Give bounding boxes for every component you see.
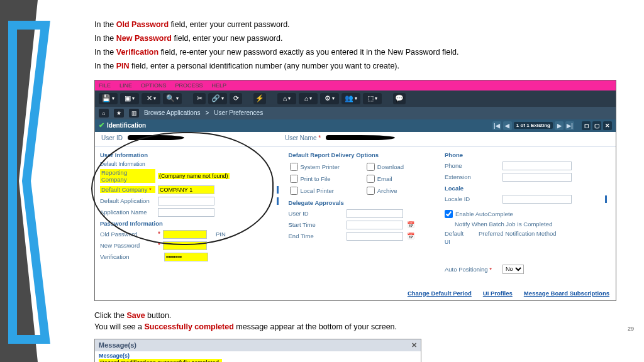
instruction-2: In the New Password field, enter your ne…	[94, 33, 623, 44]
menu-line[interactable]: LINE	[119, 82, 132, 89]
userid-label: User ID	[101, 134, 123, 141]
pin-label: PIN	[216, 231, 231, 238]
local-printer-label: Local Printer	[301, 187, 334, 194]
breadcrumb-b[interactable]: User Preferences	[214, 109, 263, 116]
email-cb[interactable]	[367, 175, 375, 183]
toolbar-btn[interactable]: ✕	[142, 93, 160, 104]
verification-label: Verification	[100, 253, 155, 260]
record-counter: 1 of 1 Existing	[514, 122, 553, 129]
instruction-save: Click the Save button.	[94, 310, 623, 321]
delegate-userid-label: User ID	[289, 210, 344, 217]
archive-cb[interactable]	[367, 187, 375, 195]
toolbar-btn[interactable]: ⚙	[320, 93, 339, 104]
userid-value-redacted	[128, 135, 184, 140]
autopos-label: Auto Positioning *	[445, 266, 500, 273]
toolbar-btn[interactable]: ⬚	[363, 93, 382, 104]
delegate-userid-input[interactable]	[347, 209, 403, 218]
close-icon[interactable]: ✕	[411, 341, 417, 349]
localeid-input[interactable]	[502, 195, 572, 204]
application-name-label: Application Name	[100, 209, 155, 216]
lookup-icon[interactable]	[605, 195, 607, 203]
toolbar-btn[interactable]: ⌂	[277, 93, 296, 104]
first-icon[interactable]: |◀	[492, 121, 501, 130]
phone-label: Phone	[445, 162, 500, 169]
next-icon[interactable]: ▶	[555, 121, 564, 130]
default-application-label: Default Application	[100, 197, 155, 204]
delegate-title: Delegate Approvals	[287, 197, 440, 208]
link-ui-profiles[interactable]: UI Profiles	[483, 290, 513, 297]
phone-title: Phone	[443, 150, 612, 160]
toolbar-btn[interactable]: 💬	[393, 93, 406, 104]
last-icon[interactable]: ▶|	[565, 121, 574, 130]
home-icon[interactable]: ⌂	[99, 109, 109, 118]
window-btn[interactable]: ◻	[582, 121, 591, 130]
system-printer-cb[interactable]	[290, 163, 298, 171]
msg-subtitle: Message(s)	[99, 353, 417, 359]
msg-title: Message(s)	[99, 341, 136, 349]
default-company-label: Default Company *	[100, 186, 155, 193]
toolbar-btn[interactable]: ⚡	[253, 93, 266, 104]
toolbar-btn[interactable]: ▣	[120, 93, 139, 104]
toolbar-btn[interactable]: ✂	[193, 93, 206, 104]
app-window: FILE LINE OPTIONS PROCESS HELP 💾 ▣ ✕ 🔍 ✂…	[94, 80, 616, 301]
default-application-input[interactable]	[158, 197, 214, 206]
start-time-input[interactable]	[347, 221, 403, 229]
new-password-label: New Password	[100, 242, 155, 249]
bottom-links: Change Default Period UI Profiles Messag…	[408, 290, 609, 297]
slide-decoration	[0, 0, 63, 362]
lookup-icon[interactable]	[277, 186, 279, 194]
menubar: FILE LINE OPTIONS PROCESS HELP	[95, 80, 616, 90]
print-to-file-label: Print to File	[301, 175, 331, 182]
method-label: Preferred Notification Method	[479, 230, 557, 237]
identification-header: ✔ Identification |◀ ◀ 1 of 1 Existing ▶ …	[95, 119, 616, 132]
menu-process[interactable]: PROCESS	[175, 82, 203, 89]
autopos-select[interactable]: No	[502, 265, 524, 274]
menu-options[interactable]: OPTIONS	[141, 82, 167, 89]
old-password-label: Old Password	[100, 231, 155, 238]
local-printer-cb[interactable]	[290, 187, 298, 195]
password-title: Password Information	[99, 218, 284, 229]
toolbar-btn[interactable]: 🔍	[163, 93, 182, 104]
userinfo-subtitle: Default Information	[99, 160, 284, 168]
ui-label: UI	[443, 238, 612, 246]
menu-file[interactable]: FILE	[99, 82, 111, 89]
breadcrumb-a[interactable]: Browse Applications	[144, 109, 201, 116]
lookup-icon[interactable]	[277, 197, 279, 205]
new-password-input[interactable]	[163, 241, 207, 250]
autocomplete-cb[interactable]	[445, 210, 453, 218]
panel-icon[interactable]: ▥	[129, 109, 139, 118]
reporting-company-value: (Company name not found)	[158, 173, 230, 179]
check-icon: ✔	[99, 121, 104, 129]
locale-title: Locale	[443, 183, 612, 194]
pin-value-redacted	[233, 231, 251, 238]
old-password-input[interactable]	[163, 230, 207, 239]
toolbar-btn[interactable]: 👥	[341, 93, 360, 104]
end-time-input[interactable]	[347, 232, 403, 241]
calendar-icon[interactable]: 📅	[407, 233, 414, 239]
toolbar-btn[interactable]: ⟳	[230, 93, 242, 104]
close-icon[interactable]: ✕	[603, 121, 612, 130]
autocomplete-label: Enable AutoComplete	[455, 211, 513, 217]
window-btn[interactable]: ▢	[592, 121, 601, 130]
verification-input[interactable]	[164, 253, 208, 261]
download-cb[interactable]	[367, 163, 375, 171]
star-icon[interactable]: ★	[114, 109, 124, 118]
menu-help[interactable]: HELP	[212, 82, 227, 89]
toolbar-btn[interactable]: 🔗	[208, 93, 227, 104]
breadcrumb-sep: >	[206, 109, 209, 116]
form-area: User Information Default Information Rep…	[95, 147, 616, 300]
application-name-input[interactable]	[158, 208, 214, 217]
phone-input[interactable]	[502, 162, 572, 170]
download-label: Download	[377, 163, 404, 170]
ext-input[interactable]	[502, 173, 572, 182]
toolbar-btn[interactable]: ⌂	[299, 93, 318, 104]
archive-label: Archive	[377, 187, 397, 194]
link-change-period[interactable]: Change Default Period	[408, 290, 472, 297]
reporting-company-label: Reporting Company	[100, 169, 155, 183]
prev-icon[interactable]: ◀	[503, 121, 512, 130]
calendar-icon[interactable]: 📅	[407, 221, 414, 228]
save-button[interactable]: 💾	[99, 93, 118, 104]
default-company-input[interactable]	[158, 185, 214, 194]
link-msg-board[interactable]: Message Board Subscriptions	[524, 290, 609, 297]
print-to-file-cb[interactable]	[290, 175, 298, 183]
